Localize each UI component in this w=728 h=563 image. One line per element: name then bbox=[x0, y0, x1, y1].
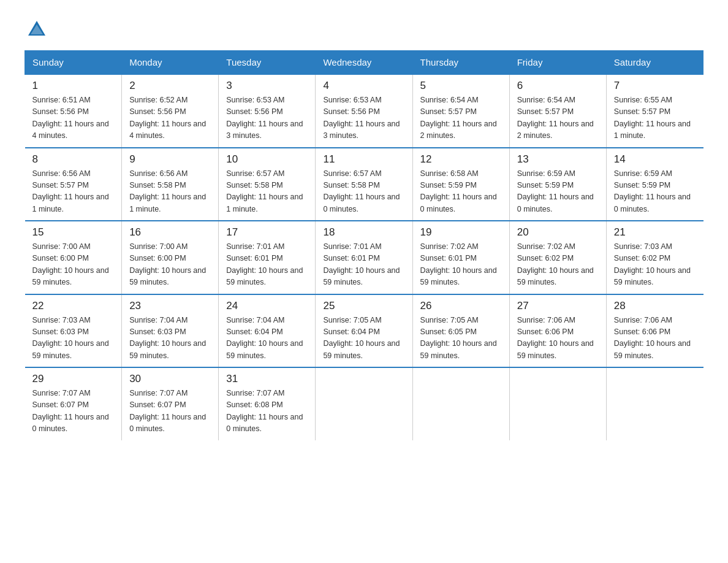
calendar-cell: 10 Sunrise: 6:57 AM Sunset: 5:58 PM Dayl… bbox=[219, 148, 316, 221]
calendar-cell: 15 Sunrise: 7:00 AM Sunset: 6:00 PM Dayl… bbox=[25, 221, 122, 294]
calendar-cell: 6 Sunrise: 6:54 AM Sunset: 5:57 PM Dayli… bbox=[509, 74, 606, 148]
day-info: Sunrise: 7:07 AM Sunset: 6:08 PM Dayligh… bbox=[226, 388, 308, 435]
day-info: Sunrise: 7:05 AM Sunset: 6:04 PM Dayligh… bbox=[323, 315, 404, 362]
day-info: Sunrise: 7:04 AM Sunset: 6:03 PM Dayligh… bbox=[129, 315, 211, 362]
day-info: Sunrise: 6:58 AM Sunset: 5:59 PM Dayligh… bbox=[420, 168, 502, 216]
day-number: 13 bbox=[517, 153, 599, 166]
day-info: Sunrise: 7:00 AM Sunset: 6:00 PM Dayligh… bbox=[129, 241, 211, 289]
day-number: 25 bbox=[323, 300, 404, 312]
day-info: Sunrise: 6:59 AM Sunset: 5:59 PM Dayligh… bbox=[517, 168, 599, 216]
day-info: Sunrise: 7:02 AM Sunset: 6:01 PM Dayligh… bbox=[420, 241, 502, 289]
day-number: 12 bbox=[420, 153, 502, 166]
calendar-cell: 22 Sunrise: 7:03 AM Sunset: 6:03 PM Dayl… bbox=[25, 294, 122, 368]
day-info: Sunrise: 7:07 AM Sunset: 6:07 PM Dayligh… bbox=[129, 388, 211, 435]
calendar-cell: 11 Sunrise: 6:57 AM Sunset: 5:58 PM Dayl… bbox=[316, 148, 412, 221]
day-info: Sunrise: 7:00 AM Sunset: 6:00 PM Dayligh… bbox=[32, 241, 115, 289]
day-number: 7 bbox=[614, 80, 696, 92]
calendar-cell: 12 Sunrise: 6:58 AM Sunset: 5:59 PM Dayl… bbox=[412, 148, 509, 221]
day-number: 3 bbox=[226, 80, 308, 92]
header-sunday: Sunday bbox=[25, 51, 122, 75]
day-number: 19 bbox=[420, 226, 502, 239]
calendar-cell bbox=[509, 367, 606, 440]
calendar-cell: 30 Sunrise: 7:07 AM Sunset: 6:07 PM Dayl… bbox=[122, 367, 219, 440]
day-info: Sunrise: 6:57 AM Sunset: 5:58 PM Dayligh… bbox=[323, 168, 404, 216]
day-info: Sunrise: 6:57 AM Sunset: 5:58 PM Dayligh… bbox=[226, 168, 308, 216]
day-number: 31 bbox=[226, 373, 308, 385]
calendar-cell: 4 Sunrise: 6:53 AM Sunset: 5:56 PM Dayli… bbox=[316, 74, 412, 148]
calendar-cell bbox=[412, 367, 509, 440]
day-info: Sunrise: 7:06 AM Sunset: 6:06 PM Dayligh… bbox=[614, 315, 696, 362]
day-info: Sunrise: 6:59 AM Sunset: 5:59 PM Dayligh… bbox=[614, 168, 696, 216]
calendar-cell: 2 Sunrise: 6:52 AM Sunset: 5:56 PM Dayli… bbox=[122, 74, 219, 148]
day-number: 15 bbox=[32, 226, 115, 239]
calendar-cell: 9 Sunrise: 6:56 AM Sunset: 5:58 PM Dayli… bbox=[122, 148, 219, 221]
calendar-cell bbox=[316, 367, 412, 440]
day-info: Sunrise: 6:53 AM Sunset: 5:56 PM Dayligh… bbox=[323, 94, 404, 142]
day-number: 20 bbox=[517, 226, 599, 239]
page-header bbox=[25, 18, 703, 38]
day-number: 21 bbox=[614, 226, 696, 239]
day-info: Sunrise: 6:54 AM Sunset: 5:57 PM Dayligh… bbox=[517, 94, 599, 142]
day-info: Sunrise: 7:04 AM Sunset: 6:04 PM Dayligh… bbox=[226, 315, 308, 362]
calendar-cell: 18 Sunrise: 7:01 AM Sunset: 6:01 PM Dayl… bbox=[316, 221, 412, 294]
calendar-cell: 1 Sunrise: 6:51 AM Sunset: 5:56 PM Dayli… bbox=[25, 74, 122, 148]
week-row-3: 15 Sunrise: 7:00 AM Sunset: 6:00 PM Dayl… bbox=[25, 221, 703, 294]
day-number: 5 bbox=[420, 80, 502, 92]
calendar-cell: 14 Sunrise: 6:59 AM Sunset: 5:59 PM Dayl… bbox=[606, 148, 703, 221]
calendar-cell: 24 Sunrise: 7:04 AM Sunset: 6:04 PM Dayl… bbox=[219, 294, 316, 368]
calendar-header-row: SundayMondayTuesdayWednesdayThursdayFrid… bbox=[25, 51, 703, 75]
calendar-cell: 29 Sunrise: 7:07 AM Sunset: 6:07 PM Dayl… bbox=[25, 367, 122, 440]
calendar-cell: 26 Sunrise: 7:05 AM Sunset: 6:05 PM Dayl… bbox=[412, 294, 509, 368]
day-info: Sunrise: 7:03 AM Sunset: 6:02 PM Dayligh… bbox=[614, 241, 696, 289]
header-friday: Friday bbox=[509, 51, 606, 75]
calendar-cell: 25 Sunrise: 7:05 AM Sunset: 6:04 PM Dayl… bbox=[316, 294, 412, 368]
day-info: Sunrise: 7:02 AM Sunset: 6:02 PM Dayligh… bbox=[517, 241, 599, 289]
day-number: 30 bbox=[129, 373, 211, 385]
day-number: 26 bbox=[420, 300, 502, 312]
day-number: 4 bbox=[323, 80, 404, 92]
day-number: 17 bbox=[226, 226, 308, 239]
day-number: 8 bbox=[32, 153, 115, 166]
calendar-cell: 7 Sunrise: 6:55 AM Sunset: 5:57 PM Dayli… bbox=[606, 74, 703, 148]
day-info: Sunrise: 6:51 AM Sunset: 5:56 PM Dayligh… bbox=[32, 94, 115, 142]
day-info: Sunrise: 6:56 AM Sunset: 5:58 PM Dayligh… bbox=[129, 168, 211, 216]
day-number: 6 bbox=[517, 80, 599, 92]
day-info: Sunrise: 6:56 AM Sunset: 5:57 PM Dayligh… bbox=[32, 168, 115, 216]
calendar-cell: 23 Sunrise: 7:04 AM Sunset: 6:03 PM Dayl… bbox=[122, 294, 219, 368]
calendar-cell: 19 Sunrise: 7:02 AM Sunset: 6:01 PM Dayl… bbox=[412, 221, 509, 294]
day-info: Sunrise: 7:05 AM Sunset: 6:05 PM Dayligh… bbox=[420, 315, 502, 362]
calendar-cell: 31 Sunrise: 7:07 AM Sunset: 6:08 PM Dayl… bbox=[219, 367, 316, 440]
day-info: Sunrise: 6:53 AM Sunset: 5:56 PM Dayligh… bbox=[226, 94, 308, 142]
day-number: 27 bbox=[517, 300, 599, 312]
calendar-cell: 21 Sunrise: 7:03 AM Sunset: 6:02 PM Dayl… bbox=[606, 221, 703, 294]
calendar-cell: 17 Sunrise: 7:01 AM Sunset: 6:01 PM Dayl… bbox=[219, 221, 316, 294]
day-number: 18 bbox=[323, 226, 404, 239]
calendar-table: SundayMondayTuesdayWednesdayThursdayFrid… bbox=[25, 50, 703, 440]
day-number: 11 bbox=[323, 153, 404, 166]
week-row-4: 22 Sunrise: 7:03 AM Sunset: 6:03 PM Dayl… bbox=[25, 294, 703, 368]
day-number: 29 bbox=[32, 373, 115, 385]
header-tuesday: Tuesday bbox=[219, 51, 316, 75]
header-wednesday: Wednesday bbox=[316, 51, 412, 75]
calendar-cell: 16 Sunrise: 7:00 AM Sunset: 6:00 PM Dayl… bbox=[122, 221, 219, 294]
day-info: Sunrise: 7:06 AM Sunset: 6:06 PM Dayligh… bbox=[517, 315, 599, 362]
header-monday: Monday bbox=[122, 51, 219, 75]
day-info: Sunrise: 7:01 AM Sunset: 6:01 PM Dayligh… bbox=[226, 241, 308, 289]
day-number: 14 bbox=[614, 153, 696, 166]
week-row-1: 1 Sunrise: 6:51 AM Sunset: 5:56 PM Dayli… bbox=[25, 74, 703, 148]
header-saturday: Saturday bbox=[606, 51, 703, 75]
calendar-cell: 27 Sunrise: 7:06 AM Sunset: 6:06 PM Dayl… bbox=[509, 294, 606, 368]
day-number: 16 bbox=[129, 226, 211, 239]
day-info: Sunrise: 6:54 AM Sunset: 5:57 PM Dayligh… bbox=[420, 94, 502, 142]
day-info: Sunrise: 6:55 AM Sunset: 5:57 PM Dayligh… bbox=[614, 94, 696, 142]
calendar-cell bbox=[606, 367, 703, 440]
day-number: 10 bbox=[226, 153, 308, 166]
week-row-2: 8 Sunrise: 6:56 AM Sunset: 5:57 PM Dayli… bbox=[25, 148, 703, 221]
calendar-cell: 8 Sunrise: 6:56 AM Sunset: 5:57 PM Dayli… bbox=[25, 148, 122, 221]
day-number: 24 bbox=[226, 300, 308, 312]
day-number: 2 bbox=[129, 80, 211, 92]
day-number: 23 bbox=[129, 300, 211, 312]
calendar-cell: 13 Sunrise: 6:59 AM Sunset: 5:59 PM Dayl… bbox=[509, 148, 606, 221]
logo bbox=[25, 18, 48, 38]
calendar-cell: 28 Sunrise: 7:06 AM Sunset: 6:06 PM Dayl… bbox=[606, 294, 703, 368]
